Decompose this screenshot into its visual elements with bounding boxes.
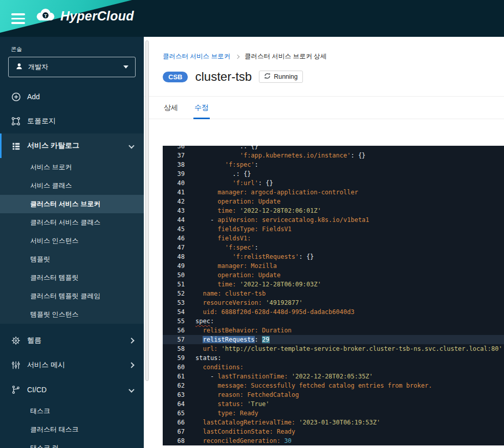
line-number: 56 bbox=[163, 326, 195, 335]
sync-icon bbox=[264, 73, 271, 81]
code-line[interactable]: 41 manager: argocd-application-controlle… bbox=[163, 188, 504, 197]
sidebar-item-task[interactable]: 태스크 bbox=[0, 402, 144, 420]
sidebar-item-service-broker[interactable]: 서비스 브로커 bbox=[0, 158, 144, 176]
perspective-switcher[interactable]: 개발자 bbox=[8, 57, 136, 77]
line-number: 38 bbox=[163, 160, 195, 169]
code-line[interactable]: 42 operation: Update bbox=[163, 197, 504, 206]
line-number: 45 bbox=[163, 225, 195, 234]
perspective-label: 개발자 bbox=[28, 62, 48, 72]
code-line[interactable]: 47 'f:spec': bbox=[163, 243, 504, 252]
sidebar-item-label: 헬름 bbox=[27, 336, 41, 345]
line-number: 66 bbox=[163, 418, 195, 427]
line-number: 59 bbox=[163, 353, 195, 363]
sidebar-item-topology[interactable]: 토폴로지 bbox=[0, 109, 144, 133]
sub-item-label: 서비스 클래스 bbox=[30, 181, 72, 190]
chevron-right-icon bbox=[128, 362, 134, 368]
yaml-editor[interactable]: 36 .: {}37 'f:app.kubernetes.io/instance… bbox=[163, 146, 504, 445]
code-line[interactable]: 37 'f:app.kubernetes.io/instance': {} bbox=[163, 151, 504, 160]
status-label: Running bbox=[274, 73, 298, 80]
sidebar-item-service-instance[interactable]: 서비스 인스턴스 bbox=[0, 232, 144, 250]
svg-text:T: T bbox=[44, 13, 47, 18]
sidebar-item-label: 서비스 카탈로그 bbox=[27, 141, 79, 150]
code-line[interactable]: 66 lastCatalogRetrievalTime: '2023-01-30… bbox=[163, 418, 504, 427]
sub-item-label: 서비스 브로커 bbox=[30, 163, 72, 172]
breadcrumb: 클러스터 서비스 브로커 클러스터 서비스 브로커 상세 bbox=[163, 52, 494, 61]
tab-detail[interactable]: 상세 bbox=[163, 97, 179, 119]
line-number: 40 bbox=[163, 178, 195, 188]
sidebar-item-service-mesh[interactable]: 서비스 메시 bbox=[0, 353, 144, 377]
code-line[interactable]: 51 time: '2022-12-28T06:09:03Z' bbox=[163, 280, 504, 289]
line-number: 57 bbox=[163, 335, 195, 344]
sidebar-item-template-instance[interactable]: 템플릿 인스턴스 bbox=[0, 305, 144, 324]
breadcrumb-current: 클러스터 서비스 브로커 상세 bbox=[245, 52, 326, 61]
brand-logo[interactable]: T HyperCloud bbox=[34, 8, 134, 25]
code-line[interactable]: 43 time: '2022-12-28T02:06:01Z' bbox=[163, 206, 504, 215]
sidebar-item-label: Add bbox=[27, 93, 40, 101]
code-line[interactable]: 64 status: 'True' bbox=[163, 399, 504, 409]
code-line[interactable]: 53 resourceVersion: '49192877' bbox=[163, 298, 504, 307]
hamburger-menu-icon[interactable] bbox=[11, 13, 25, 24]
line-number: 62 bbox=[163, 381, 195, 390]
code-line[interactable]: 60 conditions: bbox=[163, 363, 504, 372]
line-number: 47 bbox=[163, 243, 195, 252]
line-number: 41 bbox=[163, 188, 195, 197]
sidebar-item-template[interactable]: 템플릿 bbox=[0, 250, 144, 268]
chevron-down-icon bbox=[128, 387, 134, 392]
code-line[interactable]: 57 relistRequests: 29 bbox=[163, 335, 504, 344]
sidebar-item-label: CI/CD bbox=[27, 386, 47, 394]
code-line[interactable]: 49 manager: Mozilla bbox=[163, 261, 504, 271]
code-line[interactable]: 45 fieldsType: FieldsV1 bbox=[163, 225, 504, 234]
sidebar-item-cluster-template-claim[interactable]: 클러스터 템플릿 클레임 bbox=[0, 287, 144, 305]
sidebar-item-cluster-task[interactable]: 클러스터 태스크 bbox=[0, 420, 144, 439]
code-line[interactable]: 55spec: bbox=[163, 317, 504, 326]
code-line[interactable]: 63 reason: FetchedCatalog bbox=[163, 390, 504, 399]
code-line[interactable]: 65 type: Ready bbox=[163, 409, 504, 418]
code-line[interactable]: 61 - lastTransitionTime: '2022-12-28T02:… bbox=[163, 372, 504, 381]
sidebar-item-service-catalog[interactable]: 서비스 카탈로그 bbox=[0, 133, 144, 158]
sub-item-label: 태스크 bbox=[30, 407, 50, 416]
sub-item-label: 클러스터 서비스 클래스 bbox=[30, 218, 100, 227]
code-line[interactable]: 39 .: {} bbox=[163, 169, 504, 178]
page-head: 클러스터 서비스 브로커 클러스터 서비스 브로커 상세 CSB cluster… bbox=[144, 37, 504, 85]
code-line[interactable]: 52 name: cluster-tsb bbox=[163, 289, 504, 298]
sidebar-item-cluster-service-class[interactable]: 클러스터 서비스 클래스 bbox=[0, 213, 144, 232]
sidebar-item-cluster-template[interactable]: 클러스터 템플릿 bbox=[0, 268, 144, 287]
code-line[interactable]: 59status: bbox=[163, 353, 504, 363]
sidebar-item-label: 토폴로지 bbox=[27, 117, 56, 126]
code-line[interactable]: 62 message: Successfully fetched catalog… bbox=[163, 381, 504, 390]
title-row: CSB cluster-tsb Running bbox=[163, 68, 494, 85]
vertical-scrollbar[interactable] bbox=[145, 40, 149, 381]
code-line[interactable]: 54 uid: 6888f20d-628d-448d-995d-dadacb60… bbox=[163, 307, 504, 317]
sidebar-item-helm[interactable]: 헬름 bbox=[0, 328, 144, 353]
main-content: 클러스터 서비스 브로커 클러스터 서비스 브로커 상세 CSB cluster… bbox=[144, 37, 504, 448]
code-line[interactable]: 44 - apiVersion: servicecatalog.k8s.io/v… bbox=[163, 215, 504, 225]
sub-item-label: 템플릿 bbox=[30, 255, 50, 264]
code-line[interactable]: 40 'f:url': {} bbox=[163, 178, 504, 188]
sidebar-item-cluster-service-broker[interactable]: 클러스터 서비스 브로커 bbox=[0, 195, 144, 213]
code-line[interactable]: 50 operation: Update bbox=[163, 271, 504, 280]
line-number: 53 bbox=[163, 298, 195, 307]
line-number: 44 bbox=[163, 215, 195, 225]
helm-icon bbox=[11, 336, 21, 345]
sidebar-item-task-run[interactable]: 태스크 런 bbox=[0, 439, 144, 448]
line-number: 48 bbox=[163, 252, 195, 261]
sub-item-label: 템플릿 인스턴스 bbox=[30, 310, 79, 319]
breadcrumb-link[interactable]: 클러스터 서비스 브로커 bbox=[163, 52, 230, 61]
sub-item-label: 태스크 런 bbox=[30, 443, 59, 448]
code-line[interactable]: 56 relistBehavior: Duration bbox=[163, 326, 504, 335]
code-line[interactable]: 67 lastConditionState: Ready bbox=[163, 427, 504, 436]
tab-edit[interactable]: 수정 bbox=[193, 97, 210, 119]
code-line[interactable]: 58 url: 'http://cluster-template-service… bbox=[163, 344, 504, 353]
line-number: 50 bbox=[163, 271, 195, 280]
sidebar-item-service-class[interactable]: 서비스 클래스 bbox=[0, 176, 144, 195]
code-line[interactable]: 38 'f:spec': bbox=[163, 160, 504, 169]
code-line[interactable]: 36 .: {} bbox=[163, 146, 504, 151]
sidebar-item-cicd[interactable]: CI/CD bbox=[0, 377, 144, 402]
line-number: 63 bbox=[163, 390, 195, 399]
code-line[interactable]: 68 reconciledGeneration: 30 bbox=[163, 436, 504, 445]
sidebar-item-add[interactable]: Add bbox=[0, 84, 144, 109]
nav-group-cicd: CI/CD 태스크 클러스터 태스크 태스크 런 bbox=[0, 377, 144, 448]
top-header: T HyperCloud bbox=[0, 0, 504, 37]
code-line[interactable]: 46 fieldsV1: bbox=[163, 234, 504, 243]
code-line[interactable]: 48 'f:relistRequests': {} bbox=[163, 252, 504, 261]
